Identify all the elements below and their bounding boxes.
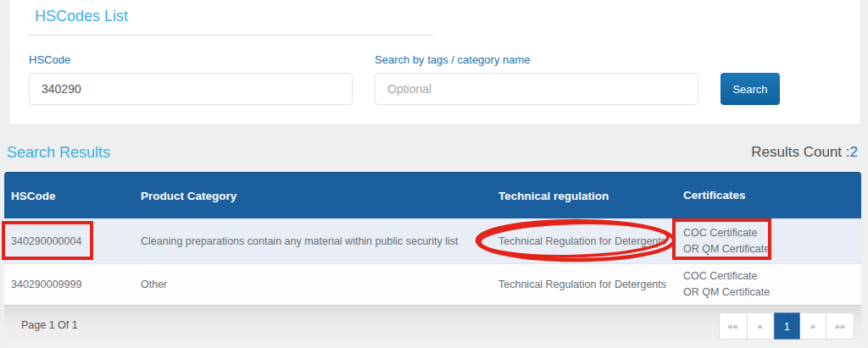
table-header-row: HSCode Product Category Technical regula… [4,172,861,218]
search-button[interactable]: Search [721,73,780,105]
table-row[interactable]: 340290000004 Cleaning preparations conta… [4,218,861,264]
hscode-input[interactable] [29,73,353,105]
table-row[interactable]: 340290009999 Other Technical Regulation … [4,264,861,305]
pagination-last-button[interactable]: »» [826,312,854,340]
tags-label: Search by tags / category name [375,53,531,66]
pagination-next-button[interactable]: » [800,312,826,340]
column-header-technical-regulation: Technical regulation [492,190,676,202]
page-title: HSCodes List [35,8,128,25]
tags-input[interactable] [375,73,698,105]
page-info: Page 1 Of 1 [21,319,78,331]
cell-technical-regulation: Technical Regulation for Detergents [492,279,676,290]
pagination-page-1-button[interactable]: 1 [774,312,800,340]
pagination-prev-button[interactable]: « [748,312,774,340]
hscodes-search-page: { "header": { "title": "HSCodes List" },… [0,0,868,348]
title-divider [29,35,433,36]
pagination: «« « 1 » »» [719,312,855,340]
pagination-first-button[interactable]: «« [719,312,748,340]
column-header-product-category: Product Category [135,190,492,202]
cell-hscode: 340290009999 [4,279,135,290]
certificate-line-2: OR QM Certificate [683,284,861,301]
cell-product-category: Other [135,279,492,290]
hscode-label: HSCode [29,53,70,66]
table-footer: Page 1 Of 1 «« « 1 » »» [4,305,861,347]
cell-product-category: Cleaning preparations contain any materi… [135,235,492,247]
search-panel: HSCodes List HSCode Search by tags / cat… [8,0,861,125]
column-header-certificates: Certificates [676,187,861,204]
column-header-hscode: HSCode [4,190,135,202]
cell-technical-regulation: Technical Regulation for Detergents [492,235,676,247]
results-title: Search Results [7,144,110,162]
certificate-line-1: COC Certificate [683,268,861,284]
cell-certificates: COC Certificate OR QM Certificate [676,225,861,257]
results-count-label: Results Count : [751,144,849,160]
certificate-line-2: OR QM Certificate [683,241,861,257]
results-table: HSCode Product Category Technical regula… [4,172,861,347]
certificate-line-1: COC Certificate [683,225,861,241]
cell-hscode: 340290000004 [4,235,135,247]
results-count: Results Count :2 [751,144,858,161]
cell-certificates: COC Certificate OR QM Certificate [676,268,861,301]
results-count-value: 2 [850,144,858,160]
